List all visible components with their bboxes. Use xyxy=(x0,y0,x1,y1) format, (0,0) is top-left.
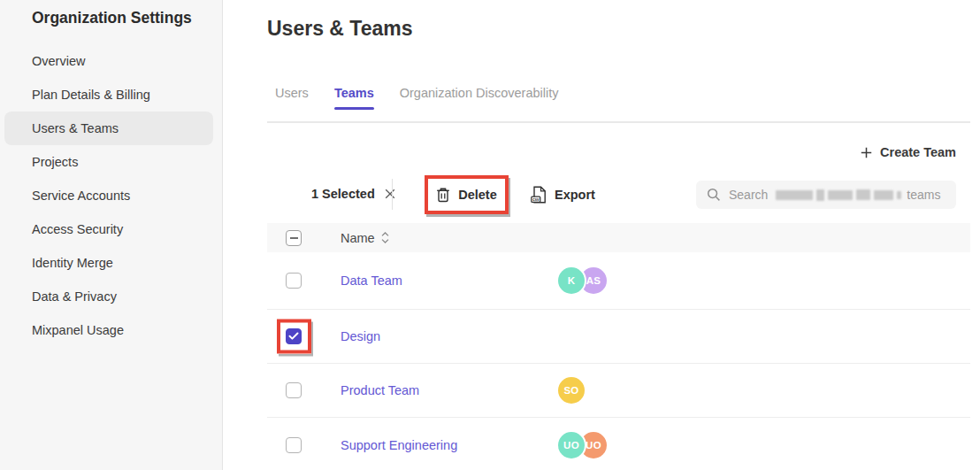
sidebar-title: Organization Settings xyxy=(0,0,222,27)
sidebar-item-access-security[interactable]: Access Security xyxy=(0,212,222,246)
table-row: Product Team SO xyxy=(267,364,970,418)
search-input[interactable]: Search teams xyxy=(696,181,956,209)
row-checkbox[interactable] xyxy=(286,273,302,289)
select-all-checkbox[interactable] xyxy=(286,230,302,246)
avatar-group: K AS xyxy=(558,267,607,294)
avatar[interactable]: SO xyxy=(558,377,585,404)
sort-icon[interactable] xyxy=(381,232,389,243)
page-title: Users & Teams xyxy=(267,17,413,41)
delete-label: Delete xyxy=(458,188,497,202)
close-icon xyxy=(385,189,395,199)
search-icon xyxy=(707,188,721,202)
table-row: Data Team K AS xyxy=(267,252,970,310)
column-header-name-label: Name xyxy=(341,231,375,245)
sidebar-item-identity-merge[interactable]: Identity Merge xyxy=(0,246,222,280)
sidebar-item-users-teams[interactable]: Users & Teams xyxy=(4,112,213,145)
avatar-group: UO UO xyxy=(558,432,607,458)
search-placeholder-prefix: Search xyxy=(729,188,768,202)
toolbar-divider xyxy=(392,179,393,210)
avatar[interactable]: K xyxy=(558,267,585,294)
annotation-highlight-delete: Delete xyxy=(425,175,509,214)
sidebar-item-mixpanel-usage[interactable]: Mixpanel Usage xyxy=(0,313,222,347)
svg-text:csv: csv xyxy=(532,197,540,202)
sidebar-item-plan-details-billing[interactable]: Plan Details & Billing xyxy=(0,78,222,112)
column-header-name[interactable]: Name xyxy=(341,231,389,245)
selected-count-label: 1 Selected xyxy=(311,187,375,201)
tab-bar-divider xyxy=(267,121,970,123)
row-checkbox[interactable] xyxy=(286,382,302,398)
clear-selection-button[interactable] xyxy=(385,189,395,199)
trash-icon xyxy=(436,187,450,203)
table-header: Name xyxy=(267,223,970,252)
checkmark-icon xyxy=(288,332,299,341)
redacted-text xyxy=(776,189,905,201)
tab-users[interactable]: Users xyxy=(275,86,309,100)
table-row: Design xyxy=(267,310,970,364)
sidebar-item-projects[interactable]: Projects xyxy=(0,145,222,179)
create-team-button[interactable]: Create Team xyxy=(861,145,956,159)
team-name-link[interactable]: Support Engineering xyxy=(341,438,457,452)
sidebar-item-service-accounts[interactable]: Service Accounts xyxy=(0,179,222,212)
sidebar: Organization Settings Overview Plan Deta… xyxy=(0,0,223,470)
team-name-link[interactable]: Design xyxy=(341,329,380,343)
export-label: Export xyxy=(555,188,595,202)
row-checkbox[interactable] xyxy=(286,437,302,453)
tab-organization-discoverability[interactable]: Organization Discoverability xyxy=(400,86,559,100)
team-name-link[interactable]: Data Team xyxy=(341,274,402,288)
teams-table-body: Data Team K AS Design Product Team SO Su… xyxy=(267,252,970,470)
tab-teams[interactable]: Teams xyxy=(334,86,374,100)
selection-info: 1 Selected xyxy=(311,187,395,201)
export-button[interactable]: csv Export xyxy=(531,181,595,209)
sidebar-item-overview[interactable]: Overview xyxy=(0,44,222,78)
sidebar-item-data-privacy[interactable]: Data & Privacy xyxy=(0,280,222,313)
row-checkbox[interactable] xyxy=(286,328,302,344)
csv-file-icon: csv xyxy=(531,186,547,204)
team-name-link[interactable]: Product Team xyxy=(341,383,419,397)
search-placeholder-suffix: teams xyxy=(907,188,940,202)
plus-icon xyxy=(861,147,872,158)
sidebar-nav: Overview Plan Details & Billing Users & … xyxy=(0,44,222,347)
table-row: Support Engineering UO UO xyxy=(267,418,970,470)
avatar-group: SO xyxy=(558,377,585,404)
avatar[interactable]: UO xyxy=(558,432,585,458)
delete-button[interactable]: Delete xyxy=(436,187,497,203)
create-team-label: Create Team xyxy=(880,145,956,159)
tab-bar: Users Teams Organization Discoverability xyxy=(275,86,558,100)
